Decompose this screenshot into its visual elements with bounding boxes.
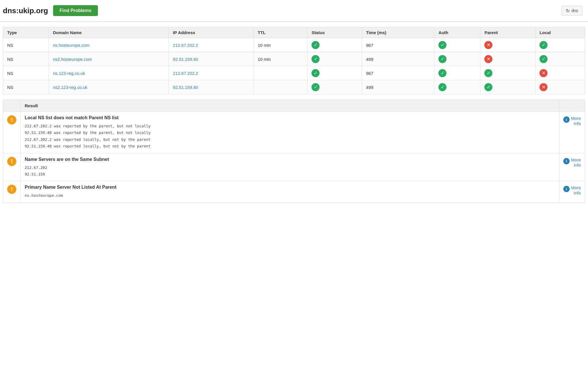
info-label: Info bbox=[571, 121, 581, 126]
result-detail-line: ns.hosteurope.com bbox=[25, 192, 555, 199]
cell-local: ✕ bbox=[535, 66, 585, 80]
result-row: ! Primary Name Server Not Listed At Pare… bbox=[3, 181, 585, 202]
info-circle-icon: i bbox=[563, 158, 570, 164]
cell-ttl: 10 min bbox=[254, 52, 307, 66]
cell-domain: ns2.123-reg.co.uk bbox=[49, 80, 169, 94]
cell-local: ✓ bbox=[535, 52, 585, 66]
info-label: Info bbox=[571, 190, 581, 196]
table-header-row: Type Domain Name IP Address TTL Status T… bbox=[3, 27, 585, 38]
check-icon: ✓ bbox=[438, 55, 446, 63]
cell-ttl bbox=[254, 66, 307, 80]
more-info-text: More Info bbox=[571, 116, 581, 126]
ip-link[interactable]: 92.51.159.40 bbox=[173, 85, 198, 90]
ip-link[interactable]: 212.67.202.2 bbox=[173, 71, 198, 76]
more-info-text: More Info bbox=[571, 157, 581, 168]
col-auth: Auth bbox=[434, 27, 480, 38]
check-icon: ✓ bbox=[312, 41, 320, 49]
cell-auth: ✓ bbox=[434, 80, 480, 94]
cell-ip: 212.67.202.2 bbox=[169, 38, 254, 52]
cell-status: ✓ bbox=[307, 80, 362, 94]
more-info-button[interactable]: i More Info bbox=[563, 185, 581, 196]
cell-ttl: 10 min bbox=[254, 38, 307, 52]
results-header-row: Result bbox=[3, 100, 585, 112]
refresh-icon: ↻ bbox=[566, 8, 570, 13]
dns-records-table: Type Domain Name IP Address TTL Status T… bbox=[3, 27, 585, 94]
cell-type: NS bbox=[3, 38, 49, 52]
results-more-col bbox=[559, 100, 585, 112]
col-type: Type bbox=[3, 27, 49, 38]
cell-parent: ✕ bbox=[480, 52, 535, 66]
refresh-label: dns bbox=[571, 8, 578, 13]
more-label: More bbox=[571, 116, 581, 121]
ip-link[interactable]: 212.67.202.2 bbox=[173, 43, 198, 48]
cell-ip: 92.51.159.40 bbox=[169, 52, 254, 66]
result-detail-line: 212.67.202.2 was reported by the parent,… bbox=[25, 123, 555, 129]
cell-domain: ns.hosteurope.com bbox=[49, 38, 169, 52]
check-icon: ✓ bbox=[539, 55, 548, 63]
results-table: Result ! Local NS list does not match Pa… bbox=[3, 100, 585, 203]
result-more-cell: i More Info bbox=[559, 112, 585, 153]
cell-domain: ns.123-reg.co.uk bbox=[49, 66, 169, 80]
table-row: NS ns2.hosteurope.com 92.51.159.40 10 mi… bbox=[3, 52, 585, 66]
cell-local: ✕ bbox=[535, 80, 585, 94]
domain-link[interactable]: ns2.123-reg.co.uk bbox=[53, 85, 87, 90]
more-info-button[interactable]: i More Info bbox=[563, 115, 581, 126]
x-icon: ✕ bbox=[539, 83, 548, 91]
ip-link[interactable]: 92.51.159.40 bbox=[173, 57, 198, 62]
result-content-cell: Name Servers are on the Same Subnet 212.… bbox=[21, 153, 559, 181]
table-row: NS ns.hosteurope.com 212.67.202.2 10 min… bbox=[3, 38, 585, 52]
col-ip: IP Address bbox=[169, 27, 254, 38]
result-warn-cell: ! bbox=[3, 181, 21, 202]
cell-type: NS bbox=[3, 52, 49, 66]
result-detail-line: 92.51.159.40 was reported by the parent,… bbox=[25, 129, 555, 136]
domain-link[interactable]: ns.hosteurope.com bbox=[53, 43, 90, 48]
cell-local: ✓ bbox=[535, 38, 585, 52]
check-icon: ✓ bbox=[438, 69, 446, 77]
cell-parent: ✕ bbox=[480, 38, 535, 52]
page-title: dns:ukip.org bbox=[3, 6, 48, 15]
cell-time: 967 bbox=[362, 38, 434, 52]
result-row: ! Name Servers are on the Same Subnet 21… bbox=[3, 153, 585, 181]
cell-time: 967 bbox=[362, 66, 434, 80]
domain-link[interactable]: ns2.hosteurope.com bbox=[53, 57, 92, 62]
domain-link[interactable]: ns.123-reg.co.uk bbox=[53, 71, 85, 76]
page-header: dns:ukip.org Find Problems ↻ dns bbox=[0, 0, 588, 22]
find-problems-button[interactable]: Find Problems bbox=[53, 5, 98, 16]
more-info-button[interactable]: i More Info bbox=[563, 157, 581, 168]
cell-status: ✓ bbox=[307, 52, 362, 66]
result-content-cell: Primary Name Server Not Listed At Parent… bbox=[21, 181, 559, 202]
col-parent: Parent bbox=[480, 27, 535, 38]
dns-table-section: Type Domain Name IP Address TTL Status T… bbox=[0, 22, 588, 94]
cell-parent: ✓ bbox=[480, 80, 535, 94]
check-icon: ✓ bbox=[312, 83, 320, 91]
table-row: NS ns2.123-reg.co.uk 92.51.159.40 ✓ 499 … bbox=[3, 80, 585, 94]
cell-time: 499 bbox=[362, 52, 434, 66]
result-detail-line: 92.51.159.40 was reported locally, but n… bbox=[25, 143, 555, 149]
refresh-button[interactable]: ↻ dns bbox=[562, 6, 582, 16]
check-icon: ✓ bbox=[539, 41, 548, 49]
result-detail-line: 92.51.159 bbox=[25, 171, 555, 178]
info-circle-icon: i bbox=[563, 186, 570, 192]
info-circle-icon: i bbox=[563, 116, 570, 123]
col-status: Status bbox=[307, 27, 362, 38]
more-label: More bbox=[571, 157, 581, 163]
check-icon: ✓ bbox=[312, 69, 320, 77]
col-domain: Domain Name bbox=[49, 27, 169, 38]
result-detail-line: 212.67.202.2 was reported locally, but n… bbox=[25, 136, 555, 143]
result-more-cell: i More Info bbox=[559, 181, 585, 202]
result-title: Primary Name Server Not Listed At Parent bbox=[25, 185, 555, 190]
cell-domain: ns2.hosteurope.com bbox=[49, 52, 169, 66]
cell-auth: ✓ bbox=[434, 66, 480, 80]
check-icon: ✓ bbox=[438, 41, 446, 49]
info-label: Info bbox=[571, 163, 581, 168]
cell-ip: 212.67.202.2 bbox=[169, 66, 254, 80]
x-icon: ✕ bbox=[484, 41, 492, 49]
result-content-cell: Local NS list does not match Parent NS l… bbox=[21, 112, 559, 153]
result-title: Local NS list does not match Parent NS l… bbox=[25, 115, 555, 120]
more-info-text: More Info bbox=[571, 185, 581, 196]
header-left: dns:ukip.org Find Problems bbox=[3, 5, 98, 16]
table-row: NS ns.123-reg.co.uk 212.67.202.2 ✓ 967 ✓… bbox=[3, 66, 585, 80]
results-result-col: Result bbox=[21, 100, 559, 112]
check-icon: ✓ bbox=[484, 69, 492, 77]
check-icon: ✓ bbox=[312, 55, 320, 63]
